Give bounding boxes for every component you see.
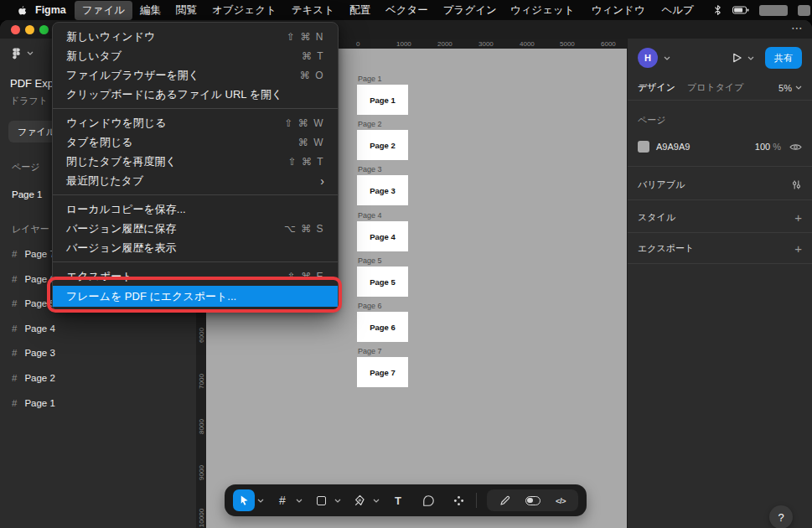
frame-title[interactable]: Page 3 <box>358 165 408 173</box>
current-page-item[interactable]: Page 1 <box>12 189 42 199</box>
battery-icon[interactable] <box>732 6 749 14</box>
canvas-frame[interactable]: Page 4 Page 4 <box>357 211 408 251</box>
frame-title[interactable]: Page 4 <box>358 211 408 220</box>
canvas-frame[interactable]: Page 6 Page 6 <box>357 302 408 342</box>
frame-body[interactable]: Page 4 <box>357 221 408 251</box>
chevron-down-icon[interactable] <box>370 499 382 503</box>
menubar-item-text[interactable]: テキスト <box>284 1 342 20</box>
menubar-item-help[interactable]: ヘルプ <box>656 1 700 20</box>
chevron-down-icon[interactable] <box>661 56 673 60</box>
menu-item-save-version-history[interactable]: バージョン履歴に保存 ⌥ ⌘ S <box>53 219 338 238</box>
menu-item-export[interactable]: エクスポート... ⇧ ⌘ E <box>53 267 338 286</box>
tab-design[interactable]: デザイン <box>638 81 675 94</box>
avatar[interactable]: H <box>638 48 658 68</box>
chevron-down-icon[interactable] <box>255 499 266 503</box>
chevron-down-icon[interactable] <box>332 499 344 503</box>
present-play-icon[interactable] <box>732 52 742 64</box>
shape-tool-button[interactable] <box>310 489 332 511</box>
add-style-icon[interactable]: + <box>794 211 802 224</box>
menu-item-save-local-copy[interactable]: ローカルコピーを保存... <box>53 199 338 219</box>
canvas-frame[interactable]: Page 7 Page 7 <box>357 347 408 387</box>
canvas-frame[interactable]: Page 1 Page 1 <box>357 75 408 115</box>
menubar-item-file[interactable]: ファイル <box>75 1 132 20</box>
color-hex-value[interactable]: A9A9A9 <box>656 142 690 152</box>
menu-item-new-tab[interactable]: 新しいタブ ⌘ T <box>53 46 338 65</box>
export-section[interactable]: エクスポート + <box>638 238 802 258</box>
menu-item-new-window[interactable]: 新しいウィンドウ ⇧ ⌘ N <box>53 27 338 46</box>
menu-item-show-version-history[interactable]: バージョン履歴を表示 <box>53 238 338 257</box>
layer-row[interactable]: #Page 3 <box>0 341 196 365</box>
pencil-icon[interactable] <box>499 494 511 506</box>
tab-prototype[interactable]: プロトタイプ <box>687 81 744 94</box>
variables-section[interactable]: バリアブル <box>638 174 802 194</box>
layer-row[interactable]: #Page 1 <box>0 391 196 415</box>
help-button[interactable]: ? <box>769 505 793 528</box>
share-button[interactable]: 共有 <box>765 47 802 69</box>
frame-body[interactable]: Page 5 <box>357 267 408 297</box>
bluetooth-icon[interactable] <box>713 4 722 16</box>
move-tool-button[interactable] <box>233 489 255 511</box>
menu-item-close-window[interactable]: ウィンドウを閉じる ⇧ ⌘ W <box>53 113 338 132</box>
zoom-menu[interactable]: 5% <box>778 83 802 93</box>
text-tool-button[interactable]: T <box>387 489 409 511</box>
code-icon[interactable]: </> <box>556 496 566 505</box>
frame-title[interactable]: Page 1 <box>358 75 408 83</box>
chevron-down-icon[interactable] <box>293 499 305 503</box>
frame-icon: # <box>12 324 17 334</box>
layer-name: Page 5 <box>24 298 54 308</box>
color-swatch[interactable] <box>638 141 649 153</box>
menubar-item-widgets[interactable]: ウィジェット <box>504 1 581 20</box>
canvas-frame[interactable]: Page 5 Page 5 <box>357 256 408 297</box>
comment-tool-button[interactable] <box>417 489 439 511</box>
dev-mode-toggle[interactable] <box>525 496 540 505</box>
window-more-button[interactable]: ⋯ <box>791 21 804 34</box>
frame-text: Page 5 <box>370 277 396 287</box>
minimize-button[interactable] <box>25 25 34 34</box>
frame-body[interactable]: Page 7 <box>357 357 408 387</box>
menubar-item-view[interactable]: 閲覧 <box>168 1 204 20</box>
actions-tool-button[interactable] <box>447 489 469 511</box>
frame-icon: # <box>12 398 17 408</box>
menubar-item-window[interactable]: ウィンドウ <box>586 1 651 20</box>
main-menu-button[interactable] <box>10 47 34 60</box>
frame-tool-button[interactable]: # <box>272 489 293 511</box>
pen-tool-button[interactable] <box>349 489 370 511</box>
layer-row[interactable]: #Page 2 <box>0 366 196 390</box>
frame-body[interactable]: Page 2 <box>357 130 408 160</box>
apple-menu[interactable] <box>10 4 32 17</box>
menubar-item-vector[interactable]: ベクター <box>378 1 436 20</box>
frame-title[interactable]: Page 2 <box>358 120 408 128</box>
add-export-icon[interactable]: + <box>794 242 802 255</box>
layer-row[interactable]: #Page 4 <box>0 317 196 340</box>
menubar-item-arrange[interactable]: 配置 <box>342 1 378 20</box>
page-color-row[interactable]: A9A9A9 100 % <box>638 137 802 156</box>
menu-item-open-file-browser[interactable]: ファイルブラウザーを開く ⌘ O <box>53 65 338 85</box>
menu-item-recently-closed-tabs[interactable]: 最近閉じたタブ › <box>53 171 338 190</box>
menu-item-export-frames-to-pdf[interactable]: フレームを PDF にエクスポート... <box>53 286 338 307</box>
menu-item-reopen-closed-tab[interactable]: 閉じたタブを再度開く ⇧ ⌘ T <box>53 152 338 171</box>
frame-title[interactable]: Page 5 <box>358 256 408 265</box>
frame-title[interactable]: Page 6 <box>358 302 408 310</box>
frame-title[interactable]: Page 7 <box>358 347 408 355</box>
canvas-frame[interactable]: Page 2 Page 2 <box>357 120 408 160</box>
canvas-frame[interactable]: Page 3 Page 3 <box>357 165 408 205</box>
frame-body[interactable]: Page 1 <box>357 85 408 115</box>
variables-settings-icon[interactable] <box>791 179 802 190</box>
menu-item-label: バージョン履歴を表示 <box>66 241 177 256</box>
chevron-down-icon[interactable] <box>745 56 757 60</box>
styles-section[interactable]: スタイル + <box>638 207 802 227</box>
close-button[interactable] <box>11 25 20 34</box>
layers-header[interactable]: レイヤー <box>12 223 49 236</box>
pages-header[interactable]: ページ <box>12 161 40 173</box>
menubar-app-name[interactable]: Figma <box>32 4 75 16</box>
zoom-button[interactable] <box>39 25 49 34</box>
menu-item-close-tab[interactable]: タブを閉じる ⌘ W <box>53 132 338 152</box>
menubar-item-edit[interactable]: 編集 <box>132 1 168 20</box>
opacity-value[interactable]: 100 <box>755 142 770 152</box>
menubar-item-object[interactable]: オブジェクト <box>204 1 284 20</box>
menu-item-open-clipboard-url[interactable]: クリップボードにあるファイル URL を開く <box>53 85 338 104</box>
menubar-item-plugins[interactable]: プラグイン <box>436 1 504 20</box>
frame-body[interactable]: Page 3 <box>357 175 408 205</box>
frame-body[interactable]: Page 6 <box>357 312 408 342</box>
visibility-eye-icon[interactable] <box>789 142 802 152</box>
